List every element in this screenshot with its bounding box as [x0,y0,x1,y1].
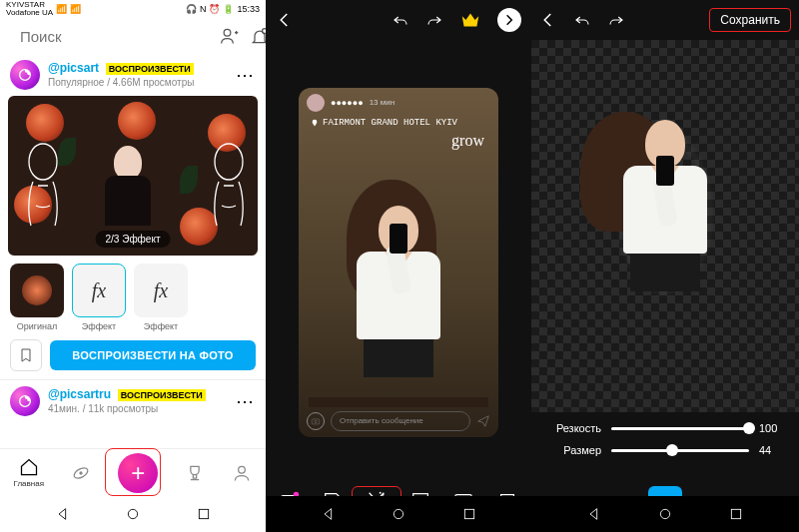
avatar[interactable] [10,386,40,416]
subject-person [357,188,440,377]
replay-row: ВОСПРОИЗВЕСТИ НА ФОТО [0,339,266,379]
post-subtitle: Популярное / 4.66M просмотры [48,76,228,90]
svg-point-11 [128,509,137,518]
post-header-2: @picsartru ВОСПРОИЗВЕСТИ 41мин. / 11k пр… [0,379,266,422]
android-nav-bar [0,496,266,532]
search-bar [0,18,266,54]
nav-back-icon[interactable] [55,506,71,522]
slider-panel: Резкость 100 Размер 44 [531,412,799,476]
story-location: FAIRMONT GRAND HOTEL KYIV [311,118,457,128]
bottom-tab-bar: Главная + [0,448,266,496]
outline-doodle-right [204,136,254,246]
crown-icon[interactable] [459,9,481,31]
nav-recent-icon[interactable] [461,506,477,522]
slider-size[interactable]: Размер 44 [545,444,785,456]
nav-recent-icon[interactable] [196,506,212,522]
camera-icon [307,412,325,430]
more-icon[interactable]: ⋯ [236,390,256,412]
story-avatar [307,94,325,112]
story-time: 13 мин [370,98,396,107]
carrier-2: Vodafone UA [6,9,53,17]
phone-screen-editor-tools: ●●●●●● 13 мин FAIRMONT GRAND HOTEL KYIV … [266,0,531,532]
story-preview: ●●●●●● 13 мин FAIRMONT GRAND HOTEL KYIV … [299,88,498,437]
plus-icon: + [118,453,158,493]
svg-point-29 [394,509,402,518]
editor-top-bar [266,0,531,40]
svg-rect-12 [199,509,208,518]
nav-back-icon[interactable] [586,506,602,522]
slider-sharpness[interactable]: Резкость 100 [545,422,785,434]
headphones-icon: 🎧 [186,4,197,14]
story-cursive-text: grow [451,132,484,150]
send-icon [476,414,490,428]
nav-recent-icon[interactable] [728,506,744,522]
thumb-effect-2[interactable]: fx Эффект [134,264,188,331]
thumb-effect-1[interactable]: fx Эффект [72,264,126,331]
signal-icon: 📶 [56,4,67,14]
svg-point-32 [660,509,669,518]
tab-create-fab[interactable]: + [118,453,158,493]
editor-canvas[interactable]: ●●●●●● 13 мин FAIRMONT GRAND HOTEL KYIV … [266,40,531,484]
redo-icon[interactable] [607,11,625,29]
post-image[interactable]: 2/3 Эффект [8,96,258,256]
tab-home[interactable]: Главная [14,457,44,488]
android-nav-bar [266,496,531,532]
nav-home-icon[interactable] [125,506,141,522]
username[interactable]: @picsartru [48,387,111,401]
effect-thumbnails: Оригинал fx Эффект fx Эффект [0,256,266,339]
cutout-canvas[interactable] [531,40,799,412]
nav-home-icon[interactable] [391,506,406,522]
nfc-icon: N [200,4,207,14]
save-button[interactable]: Сохранить [709,8,791,32]
add-friend-icon[interactable] [220,26,240,46]
cutout-subject [590,102,740,351]
tab-profile[interactable] [232,463,252,483]
search-input[interactable] [20,28,210,45]
undo-icon[interactable] [573,11,591,29]
effect-counter: 2/3 Эффект [96,231,171,248]
editor-top-bar: Сохранить [531,0,799,40]
replay-on-photo-button[interactable]: ВОСПРОИЗВЕСТИ НА ФОТО [50,340,256,370]
phone-screen-feed: KYIVSTAR Vodafone UA 📶 📶 🎧 N ⏰ 🔋 15:33 [0,0,266,532]
post-subtitle: 41мин. / 11k просмотры [48,402,228,416]
back-icon[interactable] [539,11,557,29]
back-icon[interactable] [276,11,294,29]
next-button[interactable] [497,8,521,32]
tab-explore[interactable] [71,463,91,483]
clock: 15:33 [237,4,260,14]
bookmark-button[interactable] [10,339,42,371]
redo-icon[interactable] [425,11,443,29]
undo-icon[interactable] [392,11,409,29]
svg-point-14 [315,420,318,423]
thumb-original[interactable]: Оригинал [10,264,64,331]
avatar[interactable] [10,60,40,90]
svg-rect-30 [464,509,473,518]
svg-point-2 [224,29,231,36]
svg-point-22 [380,492,382,494]
post-header-1: @picsart ВОСПРОИЗВЕСТИ Популярное / 4.66… [0,54,266,96]
battery-icon: 🔋 [223,4,234,14]
story-username: ●●●●●● [331,98,364,108]
outline-doodle-left [18,136,68,246]
svg-point-9 [79,471,82,474]
alarm-icon: ⏰ [209,4,220,14]
replay-badge: ВОСПРОИЗВЕСТИ [118,389,206,401]
username[interactable]: @picsart [48,61,99,75]
nav-home-icon[interactable] [657,506,673,522]
phone-screen-cutout-refine: Сохранить Резкость 100 Размер 44 [531,0,799,532]
wifi-icon: 📶 [70,4,81,14]
tab-challenges[interactable] [185,463,205,483]
status-bar: KYIVSTAR Vodafone UA 📶 📶 🎧 N ⏰ 🔋 15:33 [0,0,266,18]
svg-point-10 [239,466,246,473]
more-icon[interactable]: ⋯ [236,64,256,86]
story-message-input: Отправить сообщение [331,411,470,431]
android-nav-bar [531,496,799,532]
nav-back-icon[interactable] [321,506,337,522]
svg-rect-13 [312,418,320,423]
svg-rect-33 [731,509,740,518]
replay-badge: ВОСПРОИЗВЕСТИ [106,63,194,75]
